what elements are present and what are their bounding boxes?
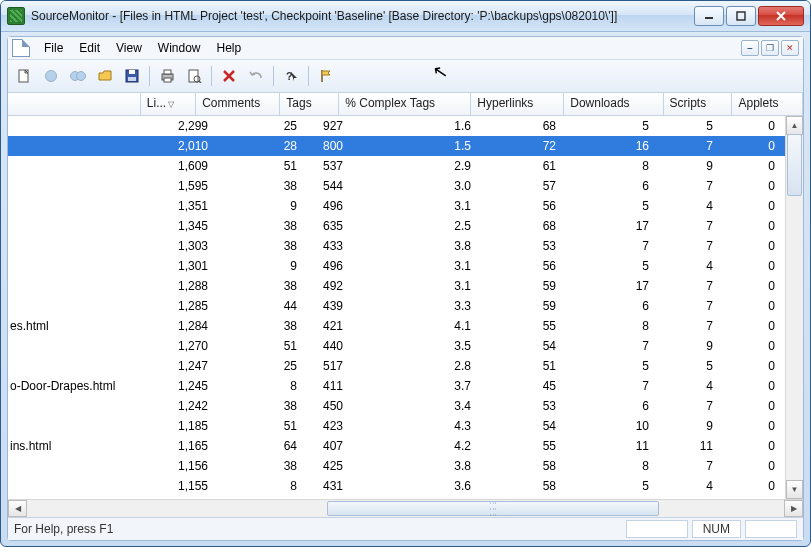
scroll-track-h[interactable]: [27, 501, 784, 516]
col-complex-tags[interactable]: % Complex Tags: [339, 93, 471, 115]
delete-button[interactable]: [217, 64, 241, 88]
new-doc-icon: [17, 69, 31, 83]
table-row[interactable]: 1,270514403.554790: [8, 336, 803, 356]
status-cell-empty2: [745, 520, 797, 538]
flag-button[interactable]: [314, 64, 338, 88]
cell: 0: [727, 419, 789, 433]
cell: 517: [305, 359, 355, 373]
maximize-button[interactable]: [726, 6, 756, 26]
table-row[interactable]: 1,185514234.3541090: [8, 416, 803, 436]
cell: 1,595: [163, 179, 216, 193]
table-row[interactable]: 1,303384333.853770: [8, 236, 803, 256]
data-table: Li...▽ Comments Tags % Complex Tags Hype…: [8, 93, 803, 517]
document-icon[interactable]: [12, 39, 30, 57]
cell: 9: [667, 159, 727, 173]
open-button[interactable]: [93, 64, 117, 88]
cell: 45: [489, 379, 574, 393]
cell: 53: [489, 399, 574, 413]
cell: 3.5: [355, 339, 489, 353]
table-row[interactable]: 1,285444393.359670: [8, 296, 803, 316]
cell: 51: [489, 359, 574, 373]
globes-button[interactable]: [66, 64, 90, 88]
col-tags[interactable]: Tags: [280, 93, 339, 115]
mdi-minimize-button[interactable]: ‒: [741, 40, 759, 56]
menu-view[interactable]: View: [108, 39, 150, 57]
table-row[interactable]: 1,15584313.658540: [8, 476, 803, 496]
cell: 16: [574, 139, 667, 153]
cell: 7: [667, 179, 727, 193]
save-button[interactable]: [120, 64, 144, 88]
scroll-thumb-h[interactable]: [327, 501, 659, 516]
table-row[interactable]: ins.html1,165644074.25511110: [8, 436, 803, 456]
table-row[interactable]: 1,156384253.858870: [8, 456, 803, 476]
col-comments[interactable]: Comments: [196, 93, 280, 115]
cell: 1.5: [355, 139, 489, 153]
mdi-close-button[interactable]: ✕: [781, 40, 799, 56]
status-cell-empty: [626, 520, 688, 538]
cell: 7: [667, 279, 727, 293]
col-applets[interactable]: Applets: [732, 93, 803, 115]
new-doc-button[interactable]: [12, 64, 36, 88]
cell: 4: [667, 199, 727, 213]
cell: 5: [574, 259, 667, 273]
minimize-icon: [704, 11, 714, 21]
titlebar[interactable]: SourceMonitor - [Files in HTML Project '…: [1, 1, 810, 32]
scroll-thumb[interactable]: [787, 134, 802, 196]
undo-button[interactable]: [244, 64, 268, 88]
cell: 0: [727, 139, 789, 153]
cell: 8: [574, 159, 667, 173]
cell: 3.3: [355, 299, 489, 313]
cell: 1,155: [163, 479, 216, 493]
table-body[interactable]: 2,299259271.6685502,010288001.57216701,6…: [8, 116, 803, 499]
open-folder-icon: [98, 69, 113, 83]
scroll-left-button[interactable]: ◀: [8, 500, 27, 517]
cell: 56: [489, 199, 574, 213]
scroll-down-button[interactable]: ▼: [786, 480, 803, 499]
menu-window[interactable]: Window: [150, 39, 209, 57]
cell: 7: [667, 299, 727, 313]
col-scripts[interactable]: Scripts: [664, 93, 733, 115]
help-button[interactable]: ?: [279, 64, 303, 88]
cell: 11: [667, 439, 727, 453]
print-preview-button[interactable]: [182, 64, 206, 88]
table-row[interactable]: 2,299259271.668550: [8, 116, 803, 136]
scroll-track[interactable]: [786, 134, 803, 481]
table-row[interactable]: 1,609515372.961890: [8, 156, 803, 176]
vertical-scrollbar[interactable]: ▲ ▼: [785, 116, 803, 499]
help-arrow-icon: ?: [284, 69, 299, 83]
table-row[interactable]: 1,595385443.057670: [8, 176, 803, 196]
scroll-right-button[interactable]: ▶: [784, 500, 803, 517]
menu-help[interactable]: Help: [209, 39, 250, 57]
table-row[interactable]: 1,288384923.1591770: [8, 276, 803, 296]
table-row[interactable]: 1,247255172.851550: [8, 356, 803, 376]
cell: 635: [305, 219, 355, 233]
horizontal-scrollbar[interactable]: ◀ ▶: [8, 499, 803, 517]
cell: 0: [727, 439, 789, 453]
minimize-button[interactable]: [694, 6, 724, 26]
cell: 2,010: [163, 139, 216, 153]
col-downloads[interactable]: Downloads: [564, 93, 663, 115]
cell: 1,301: [163, 259, 216, 273]
close-button[interactable]: [758, 6, 804, 26]
col-file[interactable]: [8, 93, 141, 115]
table-row[interactable]: 1,242384503.453670: [8, 396, 803, 416]
table-row[interactable]: 1,30194963.156540: [8, 256, 803, 276]
col-lines[interactable]: Li...▽: [141, 93, 196, 115]
cell: 1,165: [163, 439, 216, 453]
scroll-up-button[interactable]: ▲: [786, 116, 803, 135]
menu-edit[interactable]: Edit: [71, 39, 108, 57]
col-hyperlinks[interactable]: Hyperlinks: [471, 93, 564, 115]
svg-point-7: [77, 72, 86, 81]
table-row[interactable]: 1,35194963.156540: [8, 196, 803, 216]
app-icon: [7, 7, 25, 25]
table-row[interactable]: 1,345386352.5681770: [8, 216, 803, 236]
mdi-restore-button[interactable]: ❐: [761, 40, 779, 56]
print-button[interactable]: [155, 64, 179, 88]
globe-button[interactable]: [39, 64, 63, 88]
table-row[interactable]: es.html1,284384214.155870: [8, 316, 803, 336]
menu-file[interactable]: File: [36, 39, 71, 57]
cell: 492: [305, 279, 355, 293]
table-row[interactable]: 2,010288001.5721670: [8, 136, 803, 156]
toolbar-separator: [211, 66, 212, 86]
table-row[interactable]: o-Door-Drapes.html1,24584113.745740: [8, 376, 803, 396]
